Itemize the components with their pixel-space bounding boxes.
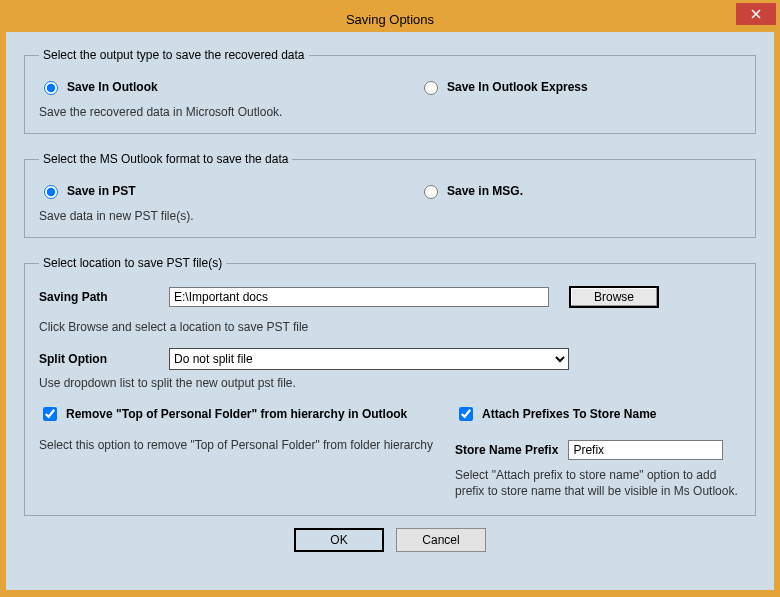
checkbox-remove-top-input[interactable] <box>43 407 57 421</box>
split-option-select[interactable]: Do not split file <box>169 348 569 370</box>
radio-save-pst-label[interactable]: Save in PST <box>67 184 136 198</box>
radio-save-msg-label[interactable]: Save in MSG. <box>447 184 523 198</box>
store-prefix-label: Store Name Prefix <box>455 443 558 457</box>
radio-save-outlook-input[interactable] <box>44 81 58 95</box>
window-frame: Saving Options Select the output type to… <box>0 0 780 597</box>
browse-button[interactable]: Browse <box>569 286 659 308</box>
group-output-legend: Select the output type to save the recov… <box>39 48 309 62</box>
attach-hint: Select "Attach prefix to store name" opt… <box>455 468 741 499</box>
split-hint: Use dropdown list to split the new outpu… <box>39 376 741 390</box>
store-prefix-input[interactable] <box>568 440 723 460</box>
group-location: Select location to save PST file(s) Savi… <box>24 256 756 516</box>
saving-path-input[interactable] <box>169 287 549 307</box>
group-format-legend: Select the MS Outlook format to save the… <box>39 152 292 166</box>
button-bar: OK Cancel <box>24 528 756 552</box>
radio-save-express-input[interactable] <box>424 81 438 95</box>
saving-path-label: Saving Path <box>39 290 169 304</box>
ok-button[interactable]: OK <box>294 528 384 552</box>
output-hint: Save the recovered data in Microsoft Out… <box>39 105 741 119</box>
checkbox-attach-prefix-input[interactable] <box>459 407 473 421</box>
group-format: Select the MS Outlook format to save the… <box>24 152 756 238</box>
split-option-label: Split Option <box>39 352 169 366</box>
radio-save-msg[interactable]: Save in MSG. <box>419 182 741 199</box>
radio-save-express[interactable]: Save In Outlook Express <box>419 78 741 95</box>
checkbox-remove-top[interactable]: Remove "Top of Personal Folder" from hie… <box>39 404 435 424</box>
titlebar: Saving Options <box>6 6 774 32</box>
client-area: Select the output type to save the recov… <box>6 32 774 590</box>
radio-save-express-label[interactable]: Save In Outlook Express <box>447 80 588 94</box>
group-output-type: Select the output type to save the recov… <box>24 48 756 134</box>
radio-save-msg-input[interactable] <box>424 185 438 199</box>
radio-save-outlook[interactable]: Save In Outlook <box>39 78 419 95</box>
format-hint: Save data in new PST file(s). <box>39 209 741 223</box>
path-hint: Click Browse and select a location to sa… <box>39 320 741 334</box>
close-icon <box>751 9 761 19</box>
radio-save-outlook-label[interactable]: Save In Outlook <box>67 80 158 94</box>
group-location-legend: Select location to save PST file(s) <box>39 256 226 270</box>
close-button[interactable] <box>736 3 776 25</box>
remove-hint: Select this option to remove "Top of Per… <box>39 438 435 454</box>
radio-save-pst[interactable]: Save in PST <box>39 182 419 199</box>
checkbox-attach-prefix-label[interactable]: Attach Prefixes To Store Name <box>482 407 657 421</box>
checkbox-attach-prefix[interactable]: Attach Prefixes To Store Name <box>455 404 741 424</box>
cancel-button[interactable]: Cancel <box>396 528 486 552</box>
radio-save-pst-input[interactable] <box>44 185 58 199</box>
window-title: Saving Options <box>346 12 434 27</box>
checkbox-remove-top-label[interactable]: Remove "Top of Personal Folder" from hie… <box>66 407 407 421</box>
